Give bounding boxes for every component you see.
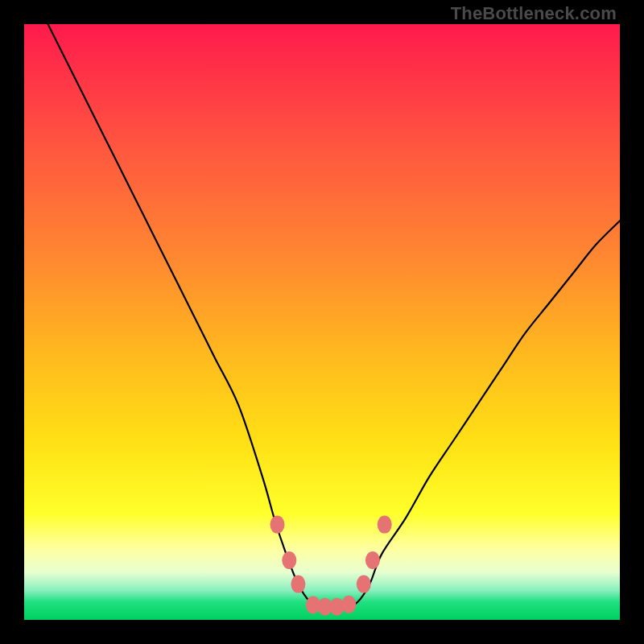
marker-left-mid [282, 551, 296, 569]
marker-right-inner [357, 576, 371, 593]
watermark-text: TheBottleneck.com [451, 3, 617, 24]
marker-right-outer [378, 516, 392, 534]
marker-right-mid [365, 551, 380, 569]
marker-flat-4 [341, 596, 356, 613]
bottleneck-curve [48, 24, 620, 609]
plot-area [24, 24, 620, 620]
curve-markers [270, 516, 392, 616]
chart-frame: TheBottleneck.com [0, 0, 644, 644]
chart-svg [24, 24, 620, 620]
marker-left-outer [270, 516, 285, 534]
marker-left-inner [291, 576, 305, 593]
